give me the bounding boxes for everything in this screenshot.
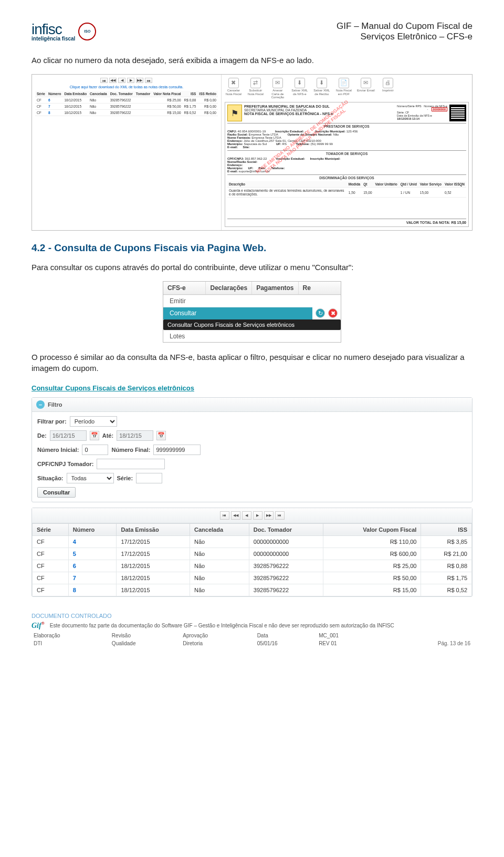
tab-pagamentos[interactable]: Pagamentos [252,282,298,294]
dropdown-lotes[interactable]: Lotes [163,330,341,342]
ft-elab-lbl: Elaboração [33,632,110,639]
action-nota-fiscal-em-pdf[interactable]: 📄Nota Fiscal em PDF [335,78,353,99]
r-pager-prev[interactable]: ◀ [242,511,251,520]
pager-prev[interactable]: ◀ [118,78,125,83]
action-icon: ⬇ [295,78,305,88]
col-numero: Número [47,91,63,97]
heading-4-2: 4.2 - Consulta de Cupons Fiscais via Pag… [32,242,472,254]
consultar-button[interactable]: Consultar [37,487,76,498]
action-substituir-nota-fiscal[interactable]: ⇄Substituir Nota Fiscal [247,78,265,99]
num-fin-input[interactable] [153,445,201,455]
action-cancelar-nota-fiscal[interactable]: ✖Cancelar Nota Fiscal [225,78,243,99]
nfse-titles: PREFEITURA MUNICIPAL DE SAPUCAIA DO SUL … [244,105,395,116]
r-pager-last[interactable]: ⏭ [275,511,285,520]
r-col-iss: ISS [421,523,472,535]
cpf-label: CPF/CNPJ Tomador: [37,461,93,467]
dropdown-icons: ↻ ✖ [312,307,341,319]
results-table: Série Número Data Emissão Cancelada Doc.… [32,523,472,596]
ft-data-lbl: Data [256,632,317,639]
num-ini-label: Número Inicial: [37,447,79,453]
pager-next[interactable]: ▶ [127,78,134,83]
nfse-list-pager: ⏮ ◀◀ ◀ ▶ ▶▶ ⏭ [35,78,218,85]
footer-disclaimer: Este documento faz parte da documentação… [50,623,449,628]
tab-cfse[interactable]: CFS-e [163,282,206,294]
pager-last[interactable]: ⏭ [145,78,152,83]
numero-link[interactable]: 6 [48,98,50,102]
ate-input[interactable] [117,430,153,441]
nfse-preview-panel: ✖Cancelar Nota Fiscal⇄Substituir Nota Fi… [222,75,472,230]
qr-code-icon [449,105,466,121]
ft-rev-val: Qualidade [111,640,181,647]
prestador-title: PRESTADOR DE SERVIÇOS [227,123,466,128]
brand-sub: inteligência fiscal [32,36,75,42]
col-data: Data Emissão [62,91,88,97]
action-icon: ✉ [361,78,371,88]
processo-paragraph: O processo é similar ao da consulta da N… [32,352,472,374]
para-consultar: Para consultar os cupons através do port… [32,262,472,273]
action-icon: ⇄ [250,78,261,88]
r-pager-first[interactable]: ⏮ [220,511,229,520]
serie-input[interactable] [136,473,162,483]
col-ret: ISS Retido [197,91,218,97]
r-pager-fprev[interactable]: ◀◀ [231,511,240,520]
doc-controlled: DOCUMENTO CONTROLADO [32,613,472,619]
numero-link[interactable]: 6 [73,563,76,569]
numero-link[interactable]: 8 [48,111,50,115]
ft-rev-lbl: Revisão [111,632,181,639]
numero-link[interactable]: 7 [73,575,76,581]
filtro-header[interactable]: – Filtro [32,398,472,412]
filtrar-por-label: Filtrar por: [37,418,67,425]
servicos-title: DISCRIMINAÇÃO DOS SERVIÇOS [227,174,466,180]
document-title: GIF – Manual do Cupom Fiscal de Serviços… [337,21,472,42]
r-pager-fnext[interactable]: ▶▶ [264,511,274,520]
action-salvar-xml-de-recibo[interactable]: ⬇Salvar XML de Recibo [313,78,331,99]
action-icon: ✖ [228,78,239,88]
cpf-input[interactable] [97,459,165,469]
r-col-numero: Número [68,523,117,535]
calendar-icon[interactable]: 📅 [90,431,99,440]
tab-declaracoes[interactable]: Declarações [206,282,252,294]
results-pager: ⏮ ◀◀ ◀ ▶ ▶▶ ⏭ [32,508,472,523]
filter-screenshot: Consultar Cupons Fiscais de Serviços ele… [32,382,472,597]
dropdown-emitir[interactable]: Emitir [163,295,341,307]
action-anexar-carta-de-corre-o[interactable]: ✉Anexar Carta de Correção [269,78,287,99]
numero-link[interactable]: 8 [73,587,76,593]
nfse-document: ⚑ PREFEITURA MUNICIPAL DE SAPUCAIA DO SU… [225,102,469,227]
menu-screenshot: CFS-e Declarações Pagamentos Re Emitir C… [163,281,341,343]
table-row: CF718/12/2015Não39285796222R$ 50,00R$ 1,… [35,104,218,110]
action-enviar-email[interactable]: ✉Enviar Email [357,78,375,99]
numero-link[interactable]: 5 [73,551,76,557]
num-ini-input[interactable] [82,445,108,455]
filtrar-por-select[interactable]: Período [70,416,117,427]
doc-title-line1: GIF – Manual do Cupom Fiscal de [337,21,472,32]
action-imprimir[interactable]: 🖨Imprimir [379,78,397,99]
download-xml-link[interactable]: Clique aqui fazer download do XML de tod… [35,85,218,89]
action-salvar-xml-da-nfs-e[interactable]: ⬇Salvar XML da NFS-e [291,78,309,99]
numero-link[interactable]: 4 [73,539,76,545]
r-pager-next[interactable]: ▶ [253,511,262,520]
logo-group: infisc inteligência fiscal ISO [32,21,96,42]
de-input[interactable] [50,430,87,441]
menu-tabs: CFS-e Declarações Pagamentos Re [163,282,341,295]
collapse-icon[interactable]: – [36,400,45,409]
nfse-screenshot: ⏮ ◀◀ ◀ ▶ ▶▶ ⏭ Clique aqui fazer download… [32,74,472,231]
refresh-icon[interactable]: ↻ [316,308,325,318]
calendar-icon-2[interactable]: 📅 [156,431,166,440]
sit-label: Situação: [37,475,64,481]
ft-elab-val: DTI [33,640,110,647]
dropdown-consultar[interactable]: Consultar [163,307,312,319]
nfse-doc-header: ⚑ PREFEITURA MUNICIPAL DE SAPUCAIA DO SU… [227,105,466,121]
close-icon[interactable]: ✖ [328,308,338,318]
pager-first[interactable]: ⏮ [100,78,108,83]
tooltip-consultar: Consultar Cupons Fiscais de Serviços ele… [163,319,341,330]
col-serie: Série [35,91,47,97]
nfse-list-table: Série Número Data Emissão Cancelada Doc.… [35,91,218,116]
pager-fast-prev[interactable]: ◀◀ [109,78,117,83]
sit-select[interactable]: Todas [67,473,114,483]
tab-re[interactable]: Re [299,282,341,294]
pager-fast-next[interactable]: ▶▶ [136,78,143,83]
coat-of-arms-icon: ⚑ [227,105,242,121]
numero-link[interactable]: 7 [48,105,50,108]
ft-aprov-val: Diretoria [182,640,255,647]
nfse-list-panel: ⏮ ◀◀ ◀ ▶ ▶▶ ⏭ Clique aqui fazer download… [32,75,222,230]
